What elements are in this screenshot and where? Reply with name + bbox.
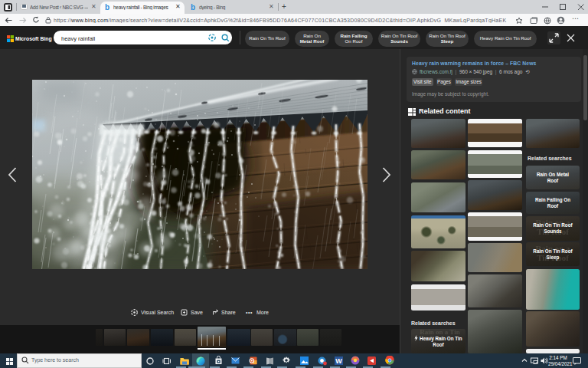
svg-text:b: b — [105, 3, 109, 11]
svg-text:W: W — [335, 356, 342, 364]
svg-text:b: b — [191, 3, 195, 11]
